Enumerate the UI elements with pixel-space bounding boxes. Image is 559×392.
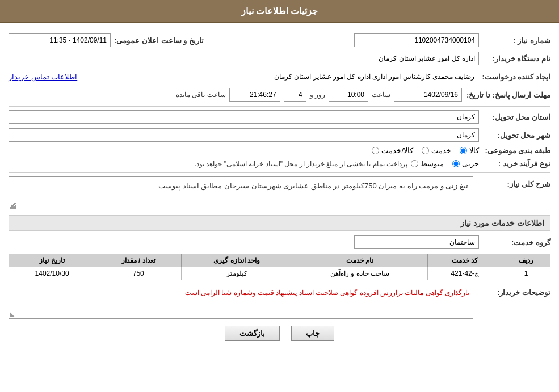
category-label-2: خدمت <box>431 146 451 155</box>
buyer-desc-box: بارگذاری گواهی مالیات برارزش افزوده گواه… <box>9 285 473 319</box>
page-header: جزئیات اطلاعات نیاز <box>0 0 559 23</box>
cell-unit: کیلومتر <box>182 267 292 280</box>
button-row: چاپ بازگشت <box>9 326 550 341</box>
need-desc-label: شرح کلی نیاز: <box>482 176 550 188</box>
print-button[interactable]: چاپ <box>291 326 334 341</box>
purchase-radio-medium[interactable] <box>411 160 418 167</box>
need-desc-text: تیغ زنی و مرمت راه به میزان 750کیلومتر د… <box>158 182 468 190</box>
reply-time-label: ساعت <box>372 91 390 99</box>
category-label: طبقه بندی موضوعی: <box>482 146 550 155</box>
col-unit: واحد اندازه گیری <box>182 254 292 267</box>
purchase-label-partial: جزیی <box>462 159 479 168</box>
back-button[interactable]: بازگشت <box>225 326 280 341</box>
service-group-label: گروه خدمت: <box>482 238 550 247</box>
purchase-option-partial[interactable]: جزیی <box>452 159 479 168</box>
service-group-input[interactable] <box>354 235 479 249</box>
category-option-2[interactable]: خدمت <box>422 146 451 155</box>
contact-link[interactable]: اطلاعات تماس خریدار <box>9 73 77 81</box>
creator-input[interactable] <box>81 70 478 83</box>
resize-handle: ◣ <box>10 203 16 209</box>
purchase-option-medium[interactable]: متوسط <box>411 159 444 168</box>
need-number-input[interactable] <box>354 33 479 47</box>
buyer-desc-text: بارگذاری گواهی مالیات برارزش افزوده گواه… <box>185 289 469 297</box>
resize-handle-2: ◣ <box>10 311 15 317</box>
need-desc-box: تیغ زنی و مرمت راه به میزان 750کیلومتر د… <box>9 176 473 210</box>
province-input[interactable] <box>9 110 479 124</box>
col-row-num: ردیف <box>502 254 550 267</box>
purchase-radio-group: متوسط جزیی <box>411 159 479 168</box>
category-radio-group: کالا/خدمت خدمت کالا <box>372 146 479 155</box>
announce-input[interactable] <box>9 33 111 47</box>
services-table: ردیف کد خدمت نام خدمت واحد اندازه گیری ت… <box>9 254 550 280</box>
reply-days-label: روز و <box>310 91 325 99</box>
purchase-label-medium: متوسط <box>421 159 444 168</box>
cell-name: ساخت جاده و راه‌آهن <box>292 267 428 280</box>
cell-count: 750 <box>95 267 182 280</box>
cell-row-num: 1 <box>502 267 550 280</box>
page-title: جزئیات اطلاعات نیاز <box>241 6 318 16</box>
need-number-label: شماره نیاز : <box>482 36 550 45</box>
category-label-3: کالا <box>469 146 479 155</box>
category-radio-3[interactable] <box>460 147 467 154</box>
purchase-radio-partial[interactable] <box>452 160 460 167</box>
cell-date: 1402/10/30 <box>9 267 95 280</box>
category-option-1[interactable]: کالا/خدمت <box>372 146 413 155</box>
purchase-note: پرداخت تمام یا بخشی از مبلغ خریدار از مح… <box>9 160 407 168</box>
purchase-type-label: نوع فرآیند خرید : <box>482 159 550 168</box>
province-label: استان محل تحویل: <box>482 113 550 121</box>
reply-date-input[interactable] <box>394 88 462 102</box>
creator-label: ایجاد کننده درخواست: <box>482 73 550 81</box>
reply-days-input[interactable] <box>284 88 306 102</box>
announce-label: تاریخ و ساعت اعلان عمومی: <box>114 36 204 45</box>
buyer-desc-label: توضیحات خریدار: <box>482 285 550 297</box>
city-input[interactable] <box>9 128 479 142</box>
reply-time-input[interactable] <box>329 88 368 102</box>
category-radio-2[interactable] <box>422 147 429 154</box>
col-name: نام خدمت <box>292 254 428 267</box>
col-code: کد خدمت <box>428 254 502 267</box>
category-label-1: کالا/خدمت <box>381 146 413 155</box>
services-section-title: اطلاعات خدمات مورد نیاز <box>9 215 550 231</box>
cell-code: ج-42-421 <box>428 267 502 280</box>
reply-remaining-input[interactable] <box>229 88 280 102</box>
category-radio-1[interactable] <box>372 147 379 154</box>
buyer-name-input[interactable] <box>9 52 479 65</box>
category-option-3[interactable]: کالا <box>460 146 479 155</box>
buyer-name-label: نام دستگاه خریدار: <box>482 54 550 63</box>
reply-remaining-label: ساعت باقی مانده <box>176 91 226 99</box>
services-table-section: ردیف کد خدمت نام خدمت واحد اندازه گیری ت… <box>9 254 550 280</box>
col-date: تاریخ نیاز <box>9 254 95 267</box>
col-count: تعداد / مقدار <box>95 254 182 267</box>
city-label: شهر محل تحویل: <box>482 131 550 140</box>
reply-deadline-label: مهلت ارسال پاسخ: تا تاریخ: <box>465 91 550 99</box>
table-row: 1 ج-42-421 ساخت جاده و راه‌آهن کیلومتر 7… <box>9 267 550 280</box>
